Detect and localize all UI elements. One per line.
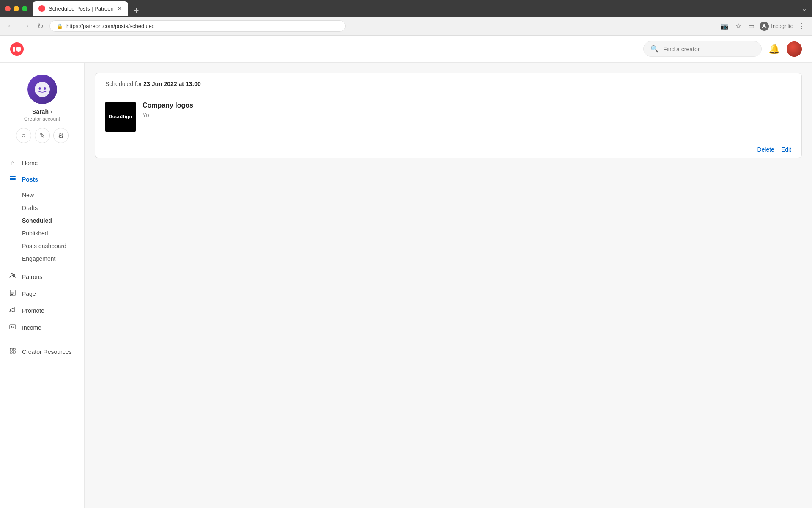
reload-button[interactable]: ↻ [36,20,45,33]
username-chevron-icon: › [50,109,52,115]
sidebar-item-patrons[interactable]: Patrons [0,268,84,285]
edit-post-button[interactable]: Edit [781,146,791,153]
lock-icon: 🔒 [57,23,63,29]
scheduled-label: Scheduled for 23 Jun 2022 at 13:00 [105,80,201,87]
sidebar-item-label: Home [22,160,76,166]
browser-toolbar-right: 📷 ☆ ▭ Incognito ⋮ [719,20,807,32]
incognito-icon [760,22,769,31]
edit-button[interactable]: ✎ [35,128,50,143]
svg-rect-14 [11,294,13,295]
window-maximize-dot[interactable] [22,6,27,11]
post-card: Scheduled for 23 Jun 2022 at 13:00 DocuS… [95,73,802,158]
tab-title: Scheduled Posts | Patreon [49,6,114,12]
avatar-image [787,41,802,57]
post-card-body: DocuSign Company logos Yo [95,93,801,141]
svg-point-3 [35,82,50,97]
search-bar[interactable]: 🔍 [643,41,762,57]
address-url: https://patreon.com/posts/scheduled [66,23,155,29]
incognito-button[interactable]: Incognito [760,22,793,31]
browser-tabs: Scheduled Posts | Patreon ✕ + [33,1,801,16]
settings-button[interactable]: ⚙ [53,128,69,143]
svg-rect-7 [10,178,16,179]
svg-rect-12 [11,292,14,292]
svg-rect-20 [13,351,15,353]
star-icon[interactable]: ☆ [734,20,743,32]
window-close-dot[interactable] [5,6,11,11]
sidebar-action-buttons: ○ ✎ ⚙ [16,128,69,143]
profile-view-button[interactable]: ○ [16,128,31,143]
browser-titlebar: Scheduled Posts | Patreon ✕ + ⌄ [0,0,812,17]
svg-point-10 [13,274,15,276]
more-options-icon[interactable]: ⋮ [797,20,807,32]
tab-close-icon[interactable]: ✕ [117,5,122,12]
sidebar-nav: ⌂ Home Posts New Drafts Scheduled Publis… [0,152,84,364]
back-button[interactable]: ← [5,20,16,32]
sidebar-item-label: Creator Resources [22,348,76,355]
sidebar-sub-item-drafts[interactable]: Drafts [0,202,84,214]
sidebar-role: Creator account [24,116,60,122]
post-title: Company logos [143,102,791,109]
post-content-area: Company logos Yo [143,102,791,119]
sidebar-item-label: Posts [22,176,76,183]
sidebar-item-posts[interactable]: Posts [0,171,84,188]
active-tab[interactable]: Scheduled Posts | Patreon ✕ [33,1,128,16]
svg-point-9 [11,274,13,276]
post-card-header: Scheduled for 23 Jun 2022 at 13:00 [95,73,801,93]
income-icon [8,323,17,332]
notification-bell-icon[interactable]: 🔔 [768,44,780,55]
sidebar-item-page[interactable]: Page [0,285,84,302]
svg-rect-15 [10,325,16,329]
svg-rect-6 [10,176,16,177]
search-input[interactable] [663,46,754,52]
sidebar-toggle-icon[interactable]: ▭ [746,20,756,32]
incognito-label: Incognito [771,23,793,29]
profile-icon: ○ [22,132,26,139]
sidebar-item-home[interactable]: ⌂ Home [0,155,84,171]
sidebar-item-label: Income [22,324,76,331]
post-thumbnail: DocuSign [105,102,136,132]
promote-icon [8,306,17,315]
sidebar-sub-item-scheduled[interactable]: Scheduled [0,214,84,227]
sidebar-profile: Sarah › Creator account ○ ✎ ⚙ [0,69,84,152]
sidebar-sub-item-posts-dashboard[interactable]: Posts dashboard [0,240,84,252]
search-icon: 🔍 [650,45,659,53]
sidebar-item-label: Page [22,290,76,297]
patreon-logo-svg [10,42,24,56]
patrons-icon [8,273,17,281]
delete-button[interactable]: Delete [757,146,774,153]
svg-point-4 [38,87,41,90]
new-tab-button[interactable]: + [132,6,142,16]
sidebar-username[interactable]: Sarah › [32,108,52,115]
sidebar-sub-item-engagement[interactable]: Engagement [0,252,84,265]
window-minimize-dot[interactable] [14,6,19,11]
sidebar-sub-item-published[interactable]: Published [0,227,84,240]
scheduled-date: 23 Jun 2022 at 13:00 [143,80,200,87]
sidebar-avatar[interactable] [27,75,57,104]
ghost-avatar-icon [33,80,52,99]
svg-rect-8 [10,179,16,180]
app-header: 🔍 🔔 [0,36,812,63]
browser-window-controls [5,6,27,11]
docusign-logo-text: DocuSign [109,113,132,120]
tab-expander-icon: ⌄ [801,5,807,13]
home-icon: ⌂ [8,159,17,167]
sidebar-item-label: Promote [22,307,76,314]
svg-point-16 [12,326,14,328]
address-bar[interactable]: 🔒 https://patreon.com/posts/scheduled [49,20,346,32]
sidebar-item-income[interactable]: Income [0,319,84,336]
tab-favicon [38,5,45,12]
header-right: 🔍 🔔 [643,41,802,57]
svg-rect-2 [13,47,15,52]
app: 🔍 🔔 [0,36,812,508]
patreon-logo[interactable] [10,42,24,56]
posts-sub-nav: New Drafts Scheduled Published Posts das… [0,188,84,268]
sidebar-sub-item-new[interactable]: New [0,189,84,202]
svg-point-5 [44,87,46,90]
forward-button[interactable]: → [20,20,31,32]
camera-icon[interactable]: 📷 [719,20,730,32]
avatar[interactable] [787,41,802,57]
post-thumbnail-image: DocuSign [105,102,136,132]
sidebar-item-promote[interactable]: Promote [0,302,84,319]
sidebar-item-creator-resources[interactable]: Creator Resources [0,343,84,360]
sidebar-item-label: Patrons [22,273,76,280]
